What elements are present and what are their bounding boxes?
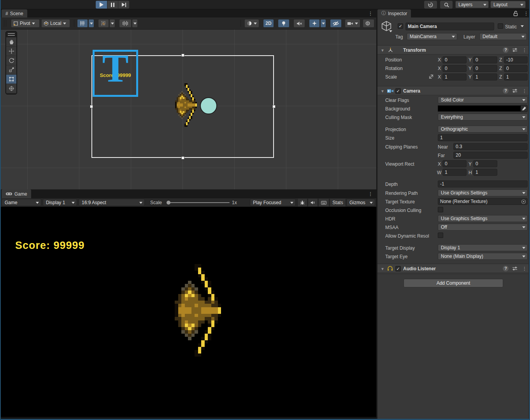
scene-camera-dropdown[interactable] bbox=[345, 19, 360, 28]
tab-game[interactable]: Game bbox=[2, 189, 31, 198]
viewport-y-field[interactable]: 0 bbox=[473, 160, 497, 167]
tag-dropdown[interactable]: MainCamera bbox=[407, 33, 457, 40]
hdr-dropdown[interactable]: Use Graphics Settings bbox=[438, 215, 528, 222]
grid-visibility-button[interactable] bbox=[77, 19, 88, 28]
text-object-gizmo[interactable]: Score: 99999 T bbox=[93, 50, 138, 97]
scale-z-field[interactable]: 1 bbox=[504, 74, 528, 80]
snap-grid-caret[interactable] bbox=[109, 19, 115, 28]
foldout-icon[interactable]: ▼ bbox=[381, 267, 384, 271]
player-ship-scene[interactable] bbox=[175, 83, 197, 127]
stats-button[interactable]: Stats bbox=[330, 199, 346, 206]
dynamic-resolution-checkbox[interactable] bbox=[438, 233, 443, 238]
snap-grid-button[interactable] bbox=[98, 19, 109, 28]
gameobject-name-field[interactable]: Main Camera bbox=[405, 23, 494, 30]
rect-handle-bottom[interactable] bbox=[181, 156, 184, 159]
target-eye-dropdown[interactable]: None (Main Display) bbox=[438, 253, 528, 260]
object-picker-icon[interactable] bbox=[521, 199, 526, 204]
component-menu-kebab[interactable]: ⋮ bbox=[521, 88, 528, 94]
handle-rotation-button[interactable]: Local bbox=[41, 19, 70, 28]
undo-history-button[interactable] bbox=[424, 1, 437, 9]
position-x-field[interactable]: 0 bbox=[442, 56, 467, 63]
scale-slider-knob[interactable] bbox=[167, 201, 170, 205]
far-field[interactable]: 20 bbox=[453, 152, 528, 159]
rotate-tool-button[interactable] bbox=[6, 56, 16, 65]
scene-viewport[interactable]: Score: 99999 T bbox=[1, 30, 376, 189]
aspect-dropdown[interactable]: 16:9 Aspect bbox=[79, 199, 145, 206]
inspector-lock-button[interactable] bbox=[513, 10, 518, 16]
transform-tool-button[interactable] bbox=[6, 84, 16, 93]
culling-mask-dropdown[interactable]: Everything bbox=[438, 114, 528, 121]
scale-x-field[interactable]: 1 bbox=[442, 74, 467, 80]
pause-button[interactable] bbox=[107, 1, 118, 9]
mute-audio-button[interactable] bbox=[308, 199, 318, 206]
scene-lighting-button[interactable] bbox=[278, 19, 290, 28]
presets-icon[interactable] bbox=[512, 88, 518, 93]
hand-tool-button[interactable] bbox=[6, 37, 16, 47]
viewport-w-field[interactable]: 1 bbox=[442, 169, 467, 176]
rotation-y-field[interactable]: 0 bbox=[473, 65, 497, 72]
layer-dropdown[interactable]: Default bbox=[479, 33, 527, 40]
tools-drag-handle[interactable] bbox=[8, 33, 15, 36]
help-icon[interactable]: ? bbox=[503, 47, 509, 53]
game-view-dropdown[interactable]: Game bbox=[2, 199, 41, 206]
position-y-field[interactable]: 0 bbox=[473, 56, 497, 63]
occlusion-culling-checkbox[interactable] bbox=[438, 207, 443, 212]
snap-increment-button[interactable] bbox=[119, 19, 132, 28]
size-field[interactable]: 1 bbox=[438, 134, 528, 141]
tab-inspector[interactable]: ⓘ Inspector bbox=[377, 9, 411, 18]
rect-tool-button[interactable] bbox=[6, 75, 16, 84]
viewport-x-field[interactable]: 0 bbox=[442, 160, 467, 167]
hidden-objects-button[interactable] bbox=[330, 19, 342, 28]
clear-flags-dropdown[interactable]: Solid Color bbox=[438, 96, 528, 103]
active-checkbox[interactable]: ✓ bbox=[398, 23, 403, 29]
2d-mode-button[interactable]: 2D bbox=[263, 19, 274, 28]
static-caret[interactable] bbox=[521, 25, 524, 27]
rect-handle-top[interactable] bbox=[181, 54, 184, 57]
scene-gizmo-dropdown[interactable] bbox=[363, 19, 374, 28]
tab-scene[interactable]: # Scene bbox=[2, 9, 27, 18]
constrain-proportions-icon[interactable] bbox=[428, 74, 434, 79]
help-icon[interactable]: ? bbox=[503, 88, 509, 94]
foldout-icon[interactable]: ▼ bbox=[381, 48, 384, 52]
snap-increment-caret[interactable] bbox=[132, 19, 138, 28]
display-dropdown[interactable]: Display 1 bbox=[43, 199, 77, 206]
scene-effects-button[interactable] bbox=[309, 19, 320, 28]
transform-header[interactable]: ▼ Transform ? ⋮ bbox=[377, 45, 530, 54]
projection-dropdown[interactable]: Orthographic bbox=[438, 126, 528, 133]
component-menu-kebab[interactable]: ⋮ bbox=[521, 47, 528, 53]
step-button[interactable] bbox=[118, 1, 129, 9]
rotation-x-field[interactable]: 0 bbox=[442, 65, 467, 72]
help-icon[interactable]: ? bbox=[503, 266, 509, 271]
gameobject-icon[interactable] bbox=[381, 20, 392, 32]
camera-header[interactable]: ▼ ✓ Camera ? ⋮ bbox=[377, 86, 530, 95]
presets-icon[interactable] bbox=[512, 47, 518, 52]
scene-audio-button[interactable] bbox=[293, 19, 305, 28]
layers-dropdown[interactable]: Layers bbox=[455, 1, 489, 8]
scale-y-field[interactable]: 1 bbox=[473, 74, 497, 80]
debug-button[interactable] bbox=[297, 199, 307, 206]
pivot-mode-button[interactable]: Pivot bbox=[11, 19, 40, 28]
inspector-menu-kebab[interactable]: ⋮ bbox=[523, 10, 529, 17]
audio-listener-enabled-checkbox[interactable]: ✓ bbox=[395, 266, 401, 271]
circle-sprite[interactable] bbox=[200, 97, 217, 114]
component-menu-kebab[interactable]: ⋮ bbox=[521, 266, 528, 272]
viewport-h-field[interactable]: 1 bbox=[473, 169, 497, 176]
target-display-dropdown[interactable]: Display 1 bbox=[438, 244, 528, 251]
scale-slider-track[interactable] bbox=[167, 202, 230, 203]
play-button[interactable] bbox=[96, 1, 107, 9]
eyedropper-button[interactable] bbox=[521, 105, 528, 112]
game-menu-kebab[interactable]: ⋮ bbox=[367, 191, 374, 197]
scene-effects-caret[interactable] bbox=[320, 19, 326, 28]
foldout-icon[interactable]: ▼ bbox=[381, 89, 384, 93]
toolbar-grip[interactable] bbox=[4, 20, 6, 27]
move-tool-button[interactable] bbox=[6, 47, 16, 56]
rendering-path-dropdown[interactable]: Use Graphics Settings bbox=[438, 189, 528, 196]
presets-icon[interactable] bbox=[512, 266, 518, 271]
scene-menu-kebab[interactable]: ⋮ bbox=[367, 10, 374, 17]
play-focused-dropdown[interactable]: Play Focused bbox=[250, 199, 296, 206]
position-z-field[interactable]: -10 bbox=[504, 56, 528, 63]
static-checkbox[interactable] bbox=[498, 23, 503, 29]
virtual-keyboard-button[interactable] bbox=[318, 199, 329, 206]
target-texture-field[interactable]: None (Render Texture) bbox=[438, 198, 528, 205]
camera-enabled-checkbox[interactable]: ✓ bbox=[395, 88, 401, 94]
